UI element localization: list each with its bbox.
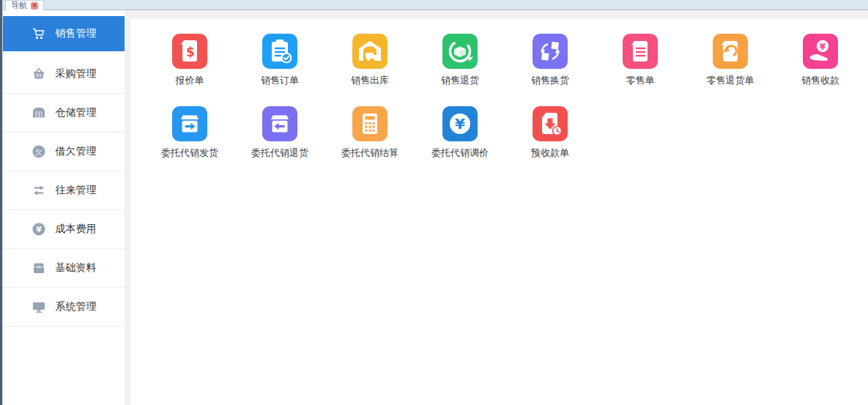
- sidebar-item-transactions[interactable]: 往来管理: [3, 171, 125, 210]
- yen-circle-icon: ¥: [442, 106, 478, 141]
- retail-doc-icon: [623, 34, 658, 69]
- advance-receipt-icon: [533, 106, 568, 141]
- module-sales-return[interactable]: 销售退货: [416, 34, 504, 87]
- system-icon: [31, 300, 46, 314]
- sidebar-item-label: 仓储管理: [56, 106, 97, 119]
- sidebar-item-system[interactable]: 系统管理: [3, 288, 125, 327]
- module-label: 委托代销调价: [431, 146, 489, 160]
- module-label: 销售换货: [531, 74, 569, 87]
- module-consign-ship[interactable]: 委托代销发货: [146, 106, 234, 160]
- sidebar-item-label: 往来管理: [56, 184, 97, 197]
- sidebar-item-label: 成本费用: [56, 223, 97, 236]
- module-label: 委托代销发货: [161, 146, 218, 160]
- transfer-icon: [31, 183, 46, 198]
- module-retail-return[interactable]: 零售退货单: [686, 34, 774, 87]
- module-label: 委托代销退货: [251, 146, 308, 160]
- module-quotation[interactable]: $ 报价单: [146, 34, 234, 87]
- module-retail-order[interactable]: 零售单: [596, 34, 684, 87]
- module-grid: $ 报价单 销售订单 销售出库: [130, 19, 868, 405]
- tab-label: 导航: [11, 0, 27, 11]
- tab-close-icon[interactable]: ×: [31, 2, 38, 10]
- module-label: 预收款单: [531, 146, 569, 160]
- sidebar-item-debt[interactable]: 欠 借欠管理: [3, 133, 125, 171]
- sidebar-item-label: 基础资料: [56, 261, 97, 275]
- module-sales-order[interactable]: 销售订单: [236, 34, 324, 87]
- sidebar-item-basic-data[interactable]: 基础资料: [3, 249, 125, 288]
- module-row-1: $ 报价单 销售订单 销售出库: [130, 34, 868, 87]
- module-label: 零售单: [626, 74, 655, 87]
- collect-payment-icon: ¥: [803, 34, 838, 69]
- module-row-2: 委托代销发货 委托代销退货 委托代销结算 ¥ 委托代销: [130, 106, 868, 160]
- sidebar: 销售管理 采购管理 仓储管理 欠 借欠管理 往来管理 ¥ 成本费用: [3, 10, 125, 405]
- module-consign-settle[interactable]: 委托代销结算: [326, 106, 414, 160]
- box-arrow-right-icon: [172, 106, 207, 141]
- exchange-boxes-icon: [533, 34, 568, 69]
- module-advance-receipt[interactable]: 预收款单: [506, 106, 594, 160]
- module-label: 销售出库: [351, 74, 389, 87]
- cost-icon: ¥: [31, 222, 46, 237]
- sidebar-item-warehouse[interactable]: 仓储管理: [3, 94, 125, 133]
- module-consign-return[interactable]: 委托代销退货: [236, 106, 324, 160]
- sidebar-item-purchase[interactable]: 采购管理: [3, 55, 125, 94]
- svg-text:¥: ¥: [455, 115, 465, 133]
- cart-icon: [31, 26, 46, 41]
- sidebar-item-label: 借欠管理: [56, 145, 97, 158]
- svg-text:欠: 欠: [35, 148, 42, 156]
- module-label: 销售订单: [261, 74, 299, 87]
- basic-data-icon: [31, 261, 46, 275]
- calculator-icon: [352, 106, 387, 141]
- module-label: 报价单: [176, 74, 204, 87]
- sidebar-item-label: 采购管理: [56, 67, 97, 81]
- svg-text:¥: ¥: [36, 225, 42, 234]
- module-label: 委托代销结算: [341, 146, 398, 160]
- retail-return-doc-icon: [713, 34, 748, 69]
- window-border: [0, 0, 3, 405]
- quotation-doc-icon: $: [172, 34, 207, 69]
- svg-text:$: $: [186, 45, 195, 59]
- module-label: 零售退货单: [707, 74, 754, 87]
- sidebar-item-sales[interactable]: 销售管理: [3, 16, 125, 51]
- module-label: 销售退货: [441, 74, 479, 87]
- sidebar-item-cost[interactable]: ¥ 成本费用: [3, 210, 125, 249]
- warehouse-truck-icon: [352, 34, 387, 69]
- basket-icon: [31, 67, 46, 81]
- module-sales-collection[interactable]: ¥ 销售收款: [776, 34, 864, 87]
- svg-text:¥: ¥: [820, 42, 826, 52]
- module-consign-reprice[interactable]: ¥ 委托代销调价: [416, 106, 504, 160]
- sidebar-item-label: 销售管理: [56, 27, 97, 40]
- module-sales-exchange[interactable]: 销售换货: [506, 34, 594, 87]
- module-label: 销售收款: [801, 74, 839, 87]
- tab-navigation[interactable]: 导航 ×: [5, 0, 44, 10]
- module-sales-outbound[interactable]: 销售出库: [326, 34, 414, 87]
- tab-bar: 导航 ×: [0, 0, 868, 10]
- debt-icon: 欠: [31, 144, 46, 159]
- return-box-icon: [442, 34, 478, 69]
- order-clipboard-icon: [262, 34, 297, 69]
- warehouse-icon: [31, 105, 46, 120]
- sidebar-item-label: 系统管理: [56, 300, 97, 313]
- box-arrow-left-icon: [262, 106, 297, 141]
